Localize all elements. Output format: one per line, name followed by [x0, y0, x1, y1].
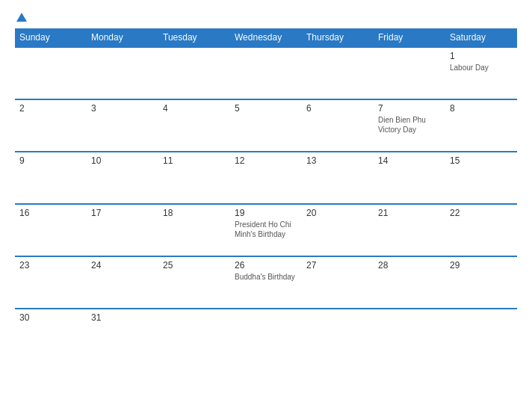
day-number: 1 [450, 51, 513, 61]
day-number: 28 [378, 260, 441, 271]
calendar-page: SundayMondayTuesdayWednesdayThursdayFrid… [0, 0, 532, 411]
day-number: 30 [19, 312, 82, 323]
calendar-week-row: 23242526Buddha's Birthday272829 [15, 256, 517, 309]
calendar-cell [230, 309, 302, 350]
calendar-cell: 10 [87, 152, 158, 204]
calendar-cell: 4 [158, 99, 230, 152]
calendar-table: SundayMondayTuesdayWednesdayThursdayFrid… [15, 28, 517, 350]
day-number: 27 [306, 260, 369, 271]
day-number: 6 [306, 103, 369, 114]
calendar-cell [302, 309, 374, 350]
day-number: 15 [450, 155, 513, 166]
calendar-cell [374, 47, 445, 99]
calendar-week-row: 9101112131415 [15, 152, 517, 204]
calendar-week-row: 234567Dien Bien Phu Victory Day8 [15, 99, 517, 152]
calendar-week-row: 1Labour Day [15, 47, 517, 99]
day-number: 16 [19, 208, 82, 218]
weekday-header-sunday: Sunday [15, 28, 87, 47]
calendar-cell: 24 [87, 256, 158, 309]
calendar-cell: 16 [15, 204, 87, 256]
day-number: 23 [19, 260, 82, 271]
calendar-cell: 6 [302, 99, 374, 152]
day-number: 31 [91, 312, 154, 323]
calendar-cell: 27 [302, 256, 374, 309]
day-number: 19 [235, 208, 297, 218]
calendar-cell: 30 [15, 309, 87, 350]
calendar-cell: 25 [158, 256, 230, 309]
day-number: 29 [450, 260, 513, 271]
calendar-cell [230, 47, 302, 99]
calendar-cell: 12 [230, 152, 302, 204]
calendar-cell [445, 309, 517, 350]
calendar-week-row: 3031 [15, 309, 517, 350]
calendar-cell: 9 [15, 152, 87, 204]
calendar-cell [158, 47, 230, 99]
calendar-cell: 5 [230, 99, 302, 152]
calendar-cell: 2 [15, 99, 87, 152]
day-number: 14 [378, 155, 441, 166]
header [15, 13, 517, 22]
calendar-cell: 15 [445, 152, 517, 204]
weekday-header-row: SundayMondayTuesdayWednesdayThursdayFrid… [15, 28, 517, 47]
calendar-cell [158, 309, 230, 350]
day-number: 17 [91, 208, 154, 218]
day-number: 10 [91, 155, 154, 166]
holiday-label: President Ho Chi Minh's Birthday [235, 220, 297, 239]
calendar-cell: 21 [374, 204, 445, 256]
day-number: 26 [235, 260, 297, 271]
calendar-cell: 8 [445, 99, 517, 152]
calendar-cell: 3 [87, 99, 158, 152]
weekday-header-wednesday: Wednesday [230, 28, 302, 47]
weekday-header-thursday: Thursday [302, 28, 374, 47]
day-number: 11 [163, 155, 226, 166]
day-number: 4 [163, 103, 226, 114]
calendar-cell: 31 [87, 309, 158, 350]
day-number: 3 [91, 103, 154, 114]
calendar-cell: 23 [15, 256, 87, 309]
calendar-cell: 28 [374, 256, 445, 309]
calendar-cell: 13 [302, 152, 374, 204]
calendar-cell: 14 [374, 152, 445, 204]
logo [15, 13, 27, 22]
holiday-label: Labour Day [450, 63, 513, 72]
calendar-cell: 19President Ho Chi Minh's Birthday [230, 204, 302, 256]
logo-triangle-icon [16, 13, 27, 22]
holiday-label: Buddha's Birthday [235, 272, 297, 282]
calendar-cell [15, 47, 87, 99]
calendar-cell: 22 [445, 204, 517, 256]
weekday-header-tuesday: Tuesday [158, 28, 230, 47]
calendar-cell: 17 [87, 204, 158, 256]
weekday-header-friday: Friday [374, 28, 445, 47]
calendar-cell [87, 47, 158, 99]
day-number: 7 [378, 103, 441, 114]
weekday-header-monday: Monday [87, 28, 158, 47]
weekday-header-saturday: Saturday [445, 28, 517, 47]
calendar-cell: 20 [302, 204, 374, 256]
calendar-cell: 1Labour Day [445, 47, 517, 99]
holiday-label: Dien Bien Phu Victory Day [378, 115, 441, 135]
calendar-week-row: 16171819President Ho Chi Minh's Birthday… [15, 204, 517, 256]
day-number: 8 [450, 103, 513, 114]
day-number: 24 [91, 260, 154, 271]
day-number: 13 [306, 155, 369, 166]
day-number: 25 [163, 260, 226, 271]
day-number: 22 [450, 208, 513, 218]
day-number: 2 [19, 103, 82, 114]
day-number: 9 [19, 155, 82, 166]
day-number: 18 [163, 208, 226, 218]
day-number: 21 [378, 208, 441, 218]
calendar-cell: 26Buddha's Birthday [230, 256, 302, 309]
calendar-cell: 11 [158, 152, 230, 204]
day-number: 5 [235, 103, 297, 114]
calendar-cell: 7Dien Bien Phu Victory Day [374, 99, 445, 152]
calendar-cell [302, 47, 374, 99]
calendar-cell [374, 309, 445, 350]
calendar-cell: 29 [445, 256, 517, 309]
calendar-cell: 18 [158, 204, 230, 256]
day-number: 12 [235, 155, 297, 166]
day-number: 20 [306, 208, 369, 218]
